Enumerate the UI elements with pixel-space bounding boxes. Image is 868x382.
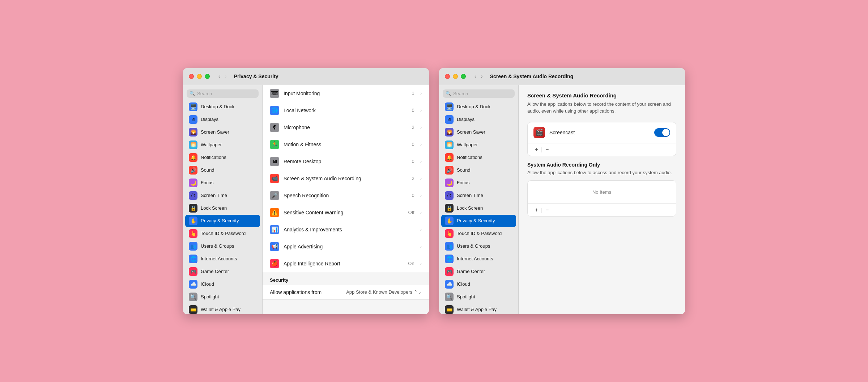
sidebar-item-screentime-1[interactable]: ⏱ Screen Time [185,189,260,202]
sidebar-item-internet-2[interactable]: 🌐 Internet Accounts [441,253,516,265]
sidebar-item-gamecenter-2[interactable]: 🎮 Game Center [441,265,516,278]
microphone-value: 2 [412,125,414,130]
sidebar-item-notifications-2[interactable]: 🔔 Notifications [441,151,516,164]
fullscreen-button-2[interactable] [461,74,466,79]
sidebar-item-focus-2[interactable]: 🌙 Focus [441,177,516,189]
gamecenter-icon-2: 🎮 [445,267,454,276]
screen-recording-remove-button[interactable]: − [544,146,550,154]
search-box-2[interactable]: 🔍 [443,89,515,98]
sidebar-item-wallet-1[interactable]: 💳 Wallet & Apple Pay [185,303,260,314]
sidebar-label-lockscreen-1: Lock Screen [201,205,227,211]
minimize-button-2[interactable] [453,74,458,79]
internet-icon-1: 🌐 [189,255,197,263]
screen-audio-value: 2 [412,176,414,181]
sidebar-item-spotlight-1[interactable]: 🔍 Spotlight [185,291,260,303]
sidebar-item-users-1[interactable]: 👥 Users & Groups [185,240,260,252]
privacy-item-remote-desktop[interactable]: 🖥 Remote Desktop 0 › [263,153,429,170]
motion-fitness-label: Motion & Fitness [284,142,407,147]
forward-button-1[interactable]: › [223,72,228,80]
add-remove-divider-2: | [541,207,542,213]
sidebar-item-desktop-dock-1[interactable]: 🖥️ Desktop & Dock [185,101,260,113]
sidebar-item-icloud-1[interactable]: ☁️ iCloud [185,278,260,290]
system-audio-add-button[interactable]: + [533,206,540,214]
privacy-item-speech[interactable]: 🎤 Speech Recognition 0 › [263,187,429,204]
sidebar-item-icloud-2[interactable]: ☁️ iCloud [441,278,516,290]
screencast-toggle[interactable] [654,128,670,137]
fullscreen-button-1[interactable] [205,74,210,79]
sidebar-item-internet-1[interactable]: 🌐 Internet Accounts [185,253,260,265]
sidebar-label-wallpaper-2: Wallpaper [457,142,478,147]
screen-recording-add-button[interactable]: + [533,146,540,154]
privacy-item-microphone[interactable]: 🎙 Microphone 2 › [263,119,429,136]
security-allow-value[interactable]: App Store & Known Developers ⌃⌄ [346,289,422,295]
back-button-2[interactable]: ‹ [473,72,478,80]
sidebar-item-screentime-2[interactable]: ⏱ Screen Time [441,189,516,202]
window-title-2: Screen & System Audio Recording [490,74,574,79]
sidebar-label-notifications-2: Notifications [457,155,482,160]
system-audio-desc: Allow the applications below to access a… [527,169,676,176]
screen-audio-chevron: › [420,176,422,181]
sidebar-item-desktop-dock-2[interactable]: 🖥️ Desktop & Dock [441,101,516,113]
system-audio-remove-button[interactable]: − [544,206,550,214]
privacy-item-screen-audio[interactable]: 📹 Screen & System Audio Recording 2 › [263,170,429,187]
sidebar-item-gamecenter-1[interactable]: 🎮 Game Center [185,265,260,278]
main-content-1: ⌨ Input Monitoring 1 › 🌐 Local Network 0… [263,85,429,314]
sidebar-item-screensaver-1[interactable]: 🌄 Screen Saver [185,126,260,138]
search-input-1[interactable] [197,91,256,96]
search-input-2[interactable] [453,91,512,96]
input-monitoring-label: Input Monitoring [284,91,407,96]
sidebar-item-users-2[interactable]: 👥 Users & Groups [441,240,516,252]
sidebar-item-wallpaper-1[interactable]: 🌅 Wallpaper [185,139,260,151]
privacy-icon-2: ✋ [445,217,454,225]
sidebar-item-lockscreen-2[interactable]: 🔒 Lock Screen [441,202,516,214]
motion-fitness-icon: 🏃 [270,140,279,149]
privacy-item-motion-fitness[interactable]: 🏃 Motion & Fitness 0 › [263,136,429,153]
motion-fitness-chevron: › [420,142,422,147]
sidebar-item-spotlight-2[interactable]: 🔍 Spotlight [441,291,516,303]
privacy-item-sensitive[interactable]: ⚠️ Sensitive Content Warning Off › [263,204,429,221]
toggle-knob [662,129,669,136]
minimize-button-1[interactable] [197,74,202,79]
privacy-item-input-monitoring[interactable]: ⌨ Input Monitoring 1 › [263,85,429,102]
sidebar-item-notifications-1[interactable]: 🔔 Notifications [185,151,260,164]
sensitive-label: Sensitive Content Warning [284,210,404,215]
wallet-icon-2: 💳 [445,305,454,314]
sidebar-item-wallpaper-2[interactable]: 🌅 Wallpaper [441,139,516,151]
sidebar-item-sound-1[interactable]: 🔊 Sound [185,164,260,176]
screen-recording-add-remove: + | − [528,143,676,156]
sidebar-item-displays-2[interactable]: 🖥 Displays [441,113,516,126]
intelligence-chevron: › [420,261,422,266]
gamecenter-icon-1: 🎮 [189,267,197,276]
sidebar-item-displays-1[interactable]: 🖥 Displays [185,113,260,126]
sidebar-label-lockscreen-2: Lock Screen [457,205,483,211]
sidebar-item-privacy-1[interactable]: ✋ Privacy & Security [185,215,260,227]
sidebar-label-users-1: Users & Groups [201,243,234,249]
close-button-1[interactable] [189,74,194,79]
screentime-icon-2: ⏱ [445,191,454,200]
titlebar-nav-2: ‹ › [473,72,484,80]
speech-icon: 🎤 [270,191,279,200]
sidebar-item-focus-1[interactable]: 🌙 Focus [185,177,260,189]
microphone-chevron: › [420,125,422,130]
sidebar-label-wallet-1: Wallet & Apple Pay [201,307,241,312]
forward-button-2[interactable]: › [479,72,484,80]
system-audio-section: No Items + | − [527,180,676,217]
privacy-item-analytics[interactable]: 📊 Analytics & Improvements › [263,221,429,238]
wallet-icon-1: 💳 [189,305,197,314]
privacy-item-local-network[interactable]: 🌐 Local Network 0 › [263,102,429,119]
privacy-item-intelligence[interactable]: 🍎 Apple Intelligence Report On › [263,255,429,272]
sidebar-item-screensaver-2[interactable]: 🌄 Screen Saver [441,126,516,138]
remote-desktop-icon: 🖥 [270,157,279,166]
close-button-2[interactable] [445,74,450,79]
sidebar-item-touchid-1[interactable]: 👆 Touch ID & Password [185,227,260,240]
privacy-item-advertising[interactable]: 📢 Apple Advertising › [263,238,429,255]
sidebar-item-lockscreen-1[interactable]: 🔒 Lock Screen [185,202,260,214]
screencast-label: Screencast [549,130,650,135]
sidebar-item-touchid-2[interactable]: 👆 Touch ID & Password [441,227,516,240]
microphone-icon: 🎙 [270,123,279,132]
sidebar-item-sound-2[interactable]: 🔊 Sound [441,164,516,176]
search-box-1[interactable]: 🔍 [187,89,259,98]
sidebar-item-privacy-2[interactable]: ✋ Privacy & Security [441,215,516,227]
sidebar-item-wallet-2[interactable]: 💳 Wallet & Apple Pay [441,303,516,314]
back-button-1[interactable]: ‹ [217,72,222,80]
